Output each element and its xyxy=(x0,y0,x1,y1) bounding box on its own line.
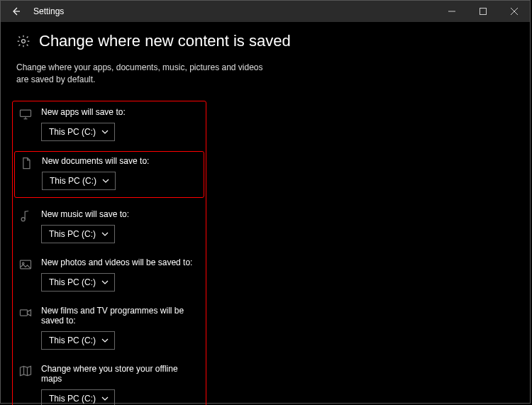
row-body-apps: New apps will save to: This PC (C:) xyxy=(41,107,200,141)
label-maps: Change where you store your offline maps xyxy=(41,364,200,384)
row-films: New films and TV programmes will be save… xyxy=(18,304,200,351)
label-documents: New documents will save to: xyxy=(42,156,199,166)
row-maps: Change where you store your offline maps… xyxy=(18,362,200,405)
video-camera-icon xyxy=(18,306,33,320)
monitor-icon xyxy=(18,107,33,121)
dropdown-films[interactable]: This PC (C:) xyxy=(41,331,115,350)
chevron-down-icon xyxy=(101,395,109,402)
row-documents: New documents will save to: This PC (C:) xyxy=(19,155,199,192)
svg-rect-2 xyxy=(21,110,31,116)
label-music: New music will save to: xyxy=(41,209,200,219)
page-title: Change where new content is saved xyxy=(39,32,291,50)
row-body-music: New music will save to: This PC (C:) xyxy=(41,209,200,243)
titlebar: Settings xyxy=(1,1,530,22)
dropdown-maps[interactable]: This PC (C:) xyxy=(41,389,115,405)
minimize-icon xyxy=(448,8,455,15)
row-body-photos: New photos and videos will be saved to: … xyxy=(41,257,200,292)
page-subtext: Change where your apps, documents, music… xyxy=(16,62,272,87)
music-note-icon xyxy=(18,209,33,223)
svg-point-1 xyxy=(22,40,26,43)
back-arrow-icon xyxy=(10,6,21,17)
dropdown-value-music: This PC (C:) xyxy=(49,229,96,239)
maximize-button[interactable] xyxy=(467,1,499,22)
chevron-down-icon xyxy=(101,231,109,238)
close-button[interactable] xyxy=(499,1,530,22)
svg-rect-0 xyxy=(480,9,487,15)
dropdown-documents[interactable]: This PC (C:) xyxy=(42,172,116,190)
window-title: Settings xyxy=(33,6,64,16)
dropdown-value-maps: This PC (C:) xyxy=(49,394,96,404)
dropdown-photos[interactable]: This PC (C:) xyxy=(41,273,115,292)
dropdown-value-films: This PC (C:) xyxy=(49,335,96,345)
chevron-down-icon xyxy=(101,279,109,286)
content-area: Change where new content is saved Change… xyxy=(1,22,530,405)
save-locations-group: New apps will save to: This PC (C:) xyxy=(12,101,206,405)
row-body-films: New films and TV programmes will be save… xyxy=(41,306,200,350)
row-documents-highlight: New documents will save to: This PC (C:) xyxy=(14,151,204,198)
window-controls xyxy=(436,1,530,22)
maximize-icon xyxy=(480,8,487,15)
chevron-down-icon xyxy=(102,177,109,184)
row-photos: New photos and videos will be saved to: … xyxy=(18,256,200,293)
label-photos: New photos and videos will be saved to: xyxy=(41,257,200,267)
minimize-button[interactable] xyxy=(436,1,467,22)
dropdown-apps[interactable]: This PC (C:) xyxy=(41,123,115,141)
chevron-down-icon xyxy=(101,128,109,135)
settings-window: Settings Change where new content is sav… xyxy=(0,0,531,404)
svg-rect-6 xyxy=(21,310,28,316)
close-icon xyxy=(511,8,518,15)
label-films: New films and TV programmes will be save… xyxy=(41,306,200,326)
row-music: New music will save to: This PC (C:) xyxy=(18,208,200,245)
row-body-documents: New documents will save to: This PC (C:) xyxy=(42,156,199,190)
svg-point-3 xyxy=(21,217,25,221)
row-apps: New apps will save to: This PC (C:) xyxy=(18,106,200,143)
dropdown-music[interactable]: This PC (C:) xyxy=(41,225,115,243)
page-heading-row: Change where new content is saved xyxy=(16,32,514,50)
back-button[interactable] xyxy=(5,1,26,22)
image-icon xyxy=(18,257,33,272)
label-apps: New apps will save to: xyxy=(41,107,200,117)
dropdown-value-photos: This PC (C:) xyxy=(49,277,96,287)
document-icon xyxy=(19,156,33,170)
dropdown-value-documents: This PC (C:) xyxy=(50,176,96,186)
map-icon xyxy=(18,364,33,378)
dropdown-value-apps: This PC (C:) xyxy=(49,127,96,137)
gear-icon xyxy=(16,34,31,48)
chevron-down-icon xyxy=(101,337,109,344)
row-body-maps: Change where you store your offline maps… xyxy=(41,364,200,405)
